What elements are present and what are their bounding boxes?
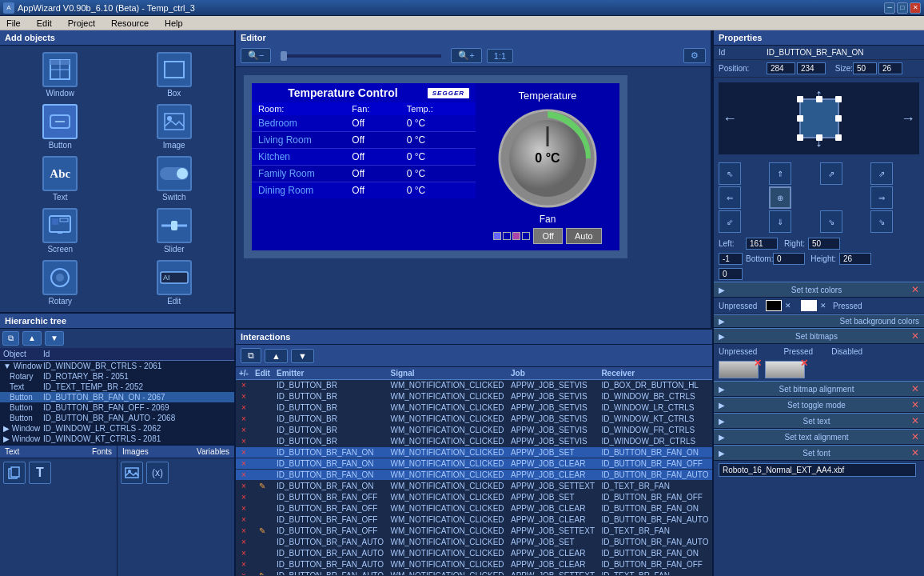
zoom-in-btn[interactable]: 🔍+ xyxy=(451,48,481,63)
set-font-section[interactable]: ▶ Set font ✕ xyxy=(714,445,924,461)
widget-image[interactable]: Image xyxy=(121,104,229,150)
handle-tm[interactable] xyxy=(816,96,822,102)
bitmap-align-close-icon[interactable]: ✕ xyxy=(911,383,919,394)
set-text-colors-section[interactable]: ▶ Set text colors ✕ xyxy=(714,282,924,298)
height-input[interactable] xyxy=(839,253,871,265)
bottom-spin[interactable] xyxy=(719,268,743,280)
tree-row-0[interactable]: ▼ Window ID_WINDOW_BR_CTRLS - 2061 xyxy=(0,361,234,371)
int-edit-3[interactable] xyxy=(252,414,273,425)
int-cross-17[interactable]: × xyxy=(236,570,252,576)
prop-pos-x[interactable] xyxy=(767,62,795,74)
text-colors-close-icon[interactable]: ✕ xyxy=(911,284,919,295)
interaction-row-11[interactable]: × ID_BUTTON_BR_FAN_OFF WM_NOTIFICATION_C… xyxy=(236,503,712,514)
pressed-color-edit[interactable]: ✕ xyxy=(820,302,826,310)
tree-up-btn[interactable]: ▲ xyxy=(22,331,42,346)
interaction-row-4[interactable]: × ID_BUTTON_BR WM_NOTIFICATION_CLICKED A… xyxy=(236,425,712,436)
menu-resource[interactable]: Resource xyxy=(108,17,152,30)
handle-bl[interactable] xyxy=(797,134,803,141)
text-align-close-icon[interactable]: ✕ xyxy=(911,431,919,442)
interaction-row-2[interactable]: × ID_BUTTON_BR WM_NOTIFICATION_CLICKED A… xyxy=(236,402,712,414)
int-cross-12[interactable]: × xyxy=(236,514,252,526)
menu-project[interactable]: Project xyxy=(65,17,98,30)
tree-row-4[interactable]: Button ID_BUTTON_BR_FAN_OFF - 2069 xyxy=(0,402,234,413)
prop-size-w[interactable] xyxy=(853,62,877,74)
int-edit-9[interactable]: ✎ xyxy=(252,481,273,492)
fan-off-btn[interactable]: Off xyxy=(533,228,562,244)
toggle-mode-close-icon[interactable]: ✕ xyxy=(911,399,919,410)
int-cross-4[interactable]: × xyxy=(236,425,252,436)
set-text-close-icon[interactable]: ✕ xyxy=(911,415,919,426)
int-down-btn[interactable]: ▼ xyxy=(291,349,314,363)
int-edit-2[interactable] xyxy=(252,402,273,414)
int-edit-0[interactable] xyxy=(252,380,273,391)
left-spin[interactable] xyxy=(719,253,743,265)
text-copy-icon[interactable] xyxy=(3,462,26,484)
tree-row-5[interactable]: Button ID_BUTTON_BR_FAN_AUTO - 2068 xyxy=(0,413,234,423)
interaction-row-14[interactable]: × ID_BUTTON_BR_FAN_AUTO WM_NOTIFICATION_… xyxy=(236,537,712,548)
int-up-btn[interactable]: ▲ xyxy=(265,349,288,363)
variables-icon[interactable]: (x) xyxy=(146,462,169,484)
interaction-row-9[interactable]: × ✎ ID_BUTTON_BR_FAN_ON WM_NOTIFICATION_… xyxy=(236,481,712,492)
int-edit-6[interactable] xyxy=(252,447,273,458)
int-edit-16[interactable] xyxy=(252,559,273,570)
interaction-row-5[interactable]: × ID_BUTTON_BR WM_NOTIFICATION_CLICKED A… xyxy=(236,436,712,447)
align-bl-btn[interactable]: ⇙ xyxy=(719,210,741,233)
int-edit-13[interactable]: ✎ xyxy=(252,526,273,537)
unpressed-color-edit[interactable]: ✕ xyxy=(785,302,791,310)
pressed-color-swatch[interactable] xyxy=(801,300,817,311)
tree-copy-btn[interactable]: ⧉ xyxy=(2,331,19,346)
int-edit-10[interactable] xyxy=(252,492,273,503)
set-text-align-section[interactable]: ▶ Set text alignment ✕ xyxy=(714,429,924,445)
tree-row-1[interactable]: Rotary ID_ROTARY_BR - 2051 xyxy=(0,371,234,382)
int-edit-5[interactable] xyxy=(252,436,273,447)
int-edit-11[interactable] xyxy=(252,503,273,514)
int-cross-7[interactable]: × xyxy=(236,458,252,470)
int-cross-16[interactable]: × xyxy=(236,559,252,570)
tree-row-7[interactable]: ▶ Window ID_WINDOW_KT_CTRLS - 2081 xyxy=(0,434,234,444)
interaction-row-10[interactable]: × ID_BUTTON_BR_FAN_OFF WM_NOTIFICATION_C… xyxy=(236,492,712,503)
settings-btn[interactable]: ⚙ xyxy=(683,48,706,63)
interactions-table-scroll[interactable]: +/- Edit Emitter Signal Job Receiver × I… xyxy=(236,367,712,575)
int-cross-8[interactable]: × xyxy=(236,470,252,481)
maximize-button[interactable]: □ xyxy=(897,2,908,14)
widget-slider[interactable]: Slider xyxy=(121,208,229,254)
interaction-row-0[interactable]: × ID_BUTTON_BR WM_NOTIFICATION_CLICKED A… xyxy=(236,380,712,391)
handle-bm[interactable] xyxy=(816,134,822,141)
tree-row-3[interactable]: Button ID_BUTTON_BR_FAN_ON - 2067 xyxy=(0,392,234,402)
align-tl-btn[interactable]: ⇖ xyxy=(719,162,741,185)
int-edit-17[interactable]: ✎ xyxy=(252,570,273,576)
interaction-row-6[interactable]: × ID_BUTTON_BR_FAN_ON WM_NOTIFICATION_CL… xyxy=(236,447,712,458)
images-icon[interactable] xyxy=(121,462,143,484)
int-edit-12[interactable] xyxy=(252,514,273,526)
tree-down-btn[interactable]: ▼ xyxy=(45,331,64,346)
unpressed-color-swatch[interactable] xyxy=(766,300,782,311)
int-cross-15[interactable]: × xyxy=(236,548,252,559)
interaction-row-7[interactable]: × ID_BUTTON_BR_FAN_ON WM_NOTIFICATION_CL… xyxy=(236,458,712,470)
int-edit-8[interactable] xyxy=(252,470,273,481)
set-bitmaps-section[interactable]: ▶ Set bitmaps ✕ xyxy=(714,328,924,344)
bitmap-unpressed-del-icon[interactable]: ✕ xyxy=(754,358,762,369)
widget-screen[interactable]: Screen xyxy=(6,208,114,254)
right-input[interactable] xyxy=(808,238,840,250)
int-edit-15[interactable] xyxy=(252,548,273,559)
handle-br[interactable] xyxy=(835,134,842,141)
interaction-row-1[interactable]: × ID_BUTTON_BR WM_NOTIFICATION_CLICKED A… xyxy=(236,391,712,402)
align-mr-btn[interactable]: ⇒ xyxy=(870,186,893,209)
int-copy-btn[interactable]: ⧉ xyxy=(241,348,261,363)
int-edit-14[interactable] xyxy=(252,537,273,548)
menu-edit[interactable]: Edit xyxy=(34,17,55,30)
fan-auto-btn[interactable]: Auto xyxy=(566,228,602,244)
menu-file[interactable]: File xyxy=(3,17,24,30)
set-bg-colors-section[interactable]: ▶ Set background colors xyxy=(714,314,924,328)
bitmap-pressed-del-icon[interactable]: ✕ xyxy=(800,358,808,369)
int-cross-13[interactable]: × xyxy=(236,526,252,537)
widget-window[interactable]: Window xyxy=(6,52,114,98)
int-edit-1[interactable] xyxy=(252,391,273,402)
int-cross-10[interactable]: × xyxy=(236,492,252,503)
interaction-row-15[interactable]: × ID_BUTTON_BR_FAN_AUTO WM_NOTIFICATION_… xyxy=(236,548,712,559)
align-br-btn[interactable]: ⇘ xyxy=(820,210,842,233)
bottom-input[interactable] xyxy=(773,253,805,265)
align-bc-btn[interactable]: ⇓ xyxy=(769,210,791,233)
align-br2-btn[interactable]: ⇘ xyxy=(870,210,893,233)
align-ml-btn[interactable]: ⇐ xyxy=(719,186,741,209)
